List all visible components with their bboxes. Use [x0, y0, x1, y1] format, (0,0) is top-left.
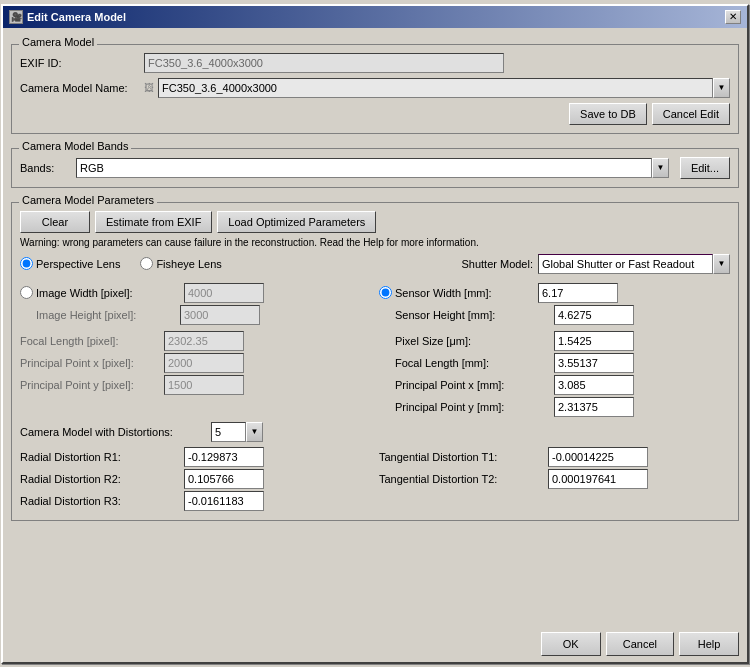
- load-optimized-button[interactable]: Load Optimized Parameters: [217, 211, 376, 233]
- shutter-dropdown[interactable]: ▼: [713, 254, 730, 274]
- distortions-row: Camera Model with Distortions: ▼: [20, 422, 730, 442]
- fisheye-lens-label: Fisheye Lens: [156, 258, 221, 270]
- distortions-dropdown[interactable]: ▼: [246, 422, 263, 442]
- radial-r1-input[interactable]: [184, 447, 264, 467]
- principal-y-mm-input[interactable]: [554, 397, 634, 417]
- distortions-combo: ▼: [211, 422, 263, 442]
- pixel-size-input[interactable]: [554, 331, 634, 351]
- distortions-input[interactable]: [211, 422, 246, 442]
- save-to-db-button[interactable]: Save to DB: [569, 103, 647, 125]
- help-button[interactable]: Help: [679, 632, 739, 656]
- radial-r1-label: Radial Distortion R1:: [20, 451, 180, 463]
- principal-x-px-label: Principal Point x [pixel]:: [20, 357, 160, 369]
- bands-dropdown[interactable]: ▼: [652, 158, 669, 178]
- sensor-width-radio[interactable]: [379, 286, 392, 299]
- exif-id-input[interactable]: [144, 53, 504, 73]
- fisheye-lens-radio[interactable]: [140, 257, 153, 270]
- save-cancel-row: Save to DB Cancel Edit: [20, 103, 730, 125]
- image-width-label: Image Width [pixel]:: [36, 287, 133, 299]
- sensor-height-input[interactable]: [554, 305, 634, 325]
- principal-y-mm-label: Principal Point y [mm]:: [395, 401, 550, 413]
- right-params: Sensor Width [mm]: Sensor Height [mm]: P…: [379, 282, 730, 418]
- focal-length-px-label: Focal Length [pixel]:: [20, 335, 160, 347]
- bands-combo: ▼: [76, 158, 669, 178]
- image-width-radio-label[interactable]: Image Width [pixel]:: [20, 286, 180, 299]
- image-height-input[interactable]: [180, 305, 260, 325]
- radial-r2-row: Radial Distortion R2:: [20, 468, 371, 490]
- camera-model-name-input[interactable]: [158, 78, 713, 98]
- radial-r2-label: Radial Distortion R2:: [20, 473, 180, 485]
- radial-r3-label: Radial Distortion R3:: [20, 495, 180, 507]
- image-width-row: Image Width [pixel]:: [20, 282, 371, 304]
- perspective-lens-label: Perspective Lens: [36, 258, 120, 270]
- fisheye-lens-radio-label[interactable]: Fisheye Lens: [140, 257, 221, 270]
- image-height-label: Image Height [pixel]:: [36, 309, 176, 321]
- sensor-height-label: Sensor Height [mm]:: [395, 309, 550, 321]
- shutter-input[interactable]: [538, 254, 713, 274]
- principal-y-px-row: Principal Point y [pixel]:: [20, 374, 371, 396]
- warning-text: Warning: wrong parameters can cause fail…: [20, 237, 730, 248]
- estimate-from-exif-button[interactable]: Estimate from EXIF: [95, 211, 212, 233]
- perspective-lens-radio-label[interactable]: Perspective Lens: [20, 257, 120, 270]
- image-height-row: Image Height [pixel]:: [36, 304, 371, 326]
- params-buttons-row: Clear Estimate from EXIF Load Optimized …: [20, 211, 730, 233]
- focal-length-px-input[interactable]: [164, 331, 244, 351]
- sensor-width-label: Sensor Width [mm]:: [395, 287, 492, 299]
- bands-input[interactable]: [76, 158, 652, 178]
- clear-button[interactable]: Clear: [20, 211, 90, 233]
- principal-y-px-input[interactable]: [164, 375, 244, 395]
- camera-model-section: Camera Model EXIF ID: Camera Model Name:…: [11, 44, 739, 134]
- radial-distortions: Radial Distortion R1: Radial Distortion …: [20, 446, 371, 512]
- focal-length-mm-label: Focal Length [mm]:: [395, 357, 550, 369]
- perspective-lens-radio[interactable]: [20, 257, 33, 270]
- image-width-radio[interactable]: [20, 286, 33, 299]
- radial-r2-input[interactable]: [184, 469, 264, 489]
- principal-y-mm-row: Principal Point y [mm]:: [395, 396, 730, 418]
- main-content: Camera Model EXIF ID: Camera Model Name:…: [3, 28, 747, 626]
- tangential-t2-row: Tangential Distortion T2:: [379, 468, 730, 490]
- cancel-button[interactable]: Cancel: [606, 632, 674, 656]
- sensor-height-row: Sensor Height [mm]:: [395, 304, 730, 326]
- footer-row: OK Cancel Help: [3, 626, 747, 662]
- pixel-size-row: Pixel Size [μm]:: [395, 330, 730, 352]
- principal-x-mm-input[interactable]: [554, 375, 634, 395]
- shutter-label: Shutter Model:: [461, 258, 533, 270]
- principal-x-px-input[interactable]: [164, 353, 244, 373]
- tangential-t1-label: Tangential Distortion T1:: [379, 451, 544, 463]
- distortions-label: Camera Model with Distortions:: [20, 426, 205, 438]
- ok-button[interactable]: OK: [541, 632, 601, 656]
- principal-y-px-label: Principal Point y [pixel]:: [20, 379, 160, 391]
- focal-length-mm-input[interactable]: [554, 353, 634, 373]
- tangential-t1-input[interactable]: [548, 447, 648, 467]
- title-bar: 🎥 Edit Camera Model ✕: [3, 6, 747, 28]
- close-button[interactable]: ✕: [725, 10, 741, 24]
- bands-edit-button[interactable]: Edit...: [680, 157, 730, 179]
- camera-model-group-label: Camera Model: [19, 36, 97, 48]
- sensor-width-row: Sensor Width [mm]:: [379, 282, 730, 304]
- camera-model-name-combo: 🖼 ▼: [144, 78, 730, 98]
- tangential-t2-label: Tangential Distortion T2:: [379, 473, 544, 485]
- camera-model-name-dropdown[interactable]: ▼: [713, 78, 730, 98]
- bands-group-label: Camera Model Bands: [19, 140, 131, 152]
- tangential-t2-input[interactable]: [548, 469, 648, 489]
- radial-r1-row: Radial Distortion R1:: [20, 446, 371, 468]
- principal-x-mm-label: Principal Point x [mm]:: [395, 379, 550, 391]
- exif-id-row: EXIF ID:: [20, 53, 730, 73]
- principal-x-mm-row: Principal Point x [mm]:: [395, 374, 730, 396]
- cancel-edit-button[interactable]: Cancel Edit: [652, 103, 730, 125]
- focal-length-mm-row: Focal Length [mm]:: [395, 352, 730, 374]
- camera-model-name-row: Camera Model Name: 🖼 ▼: [20, 78, 730, 98]
- tangential-distortions: Tangential Distortion T1: Tangential Dis…: [379, 446, 730, 512]
- radial-r3-input[interactable]: [184, 491, 264, 511]
- radial-r3-row: Radial Distortion R3:: [20, 490, 371, 512]
- window-title: Edit Camera Model: [27, 11, 126, 23]
- pixel-size-label: Pixel Size [μm]:: [395, 335, 550, 347]
- tangential-t1-row: Tangential Distortion T1:: [379, 446, 730, 468]
- params-grid: Image Width [pixel]: Image Height [pixel…: [20, 282, 730, 418]
- sensor-width-input[interactable]: [538, 283, 618, 303]
- bands-section: Camera Model Bands Bands: ▼ Edit...: [11, 148, 739, 188]
- camera-model-icon: 🖼: [144, 82, 154, 93]
- image-width-input[interactable]: [184, 283, 264, 303]
- distortion-values-grid: Radial Distortion R1: Radial Distortion …: [20, 446, 730, 512]
- sensor-width-radio-label[interactable]: Sensor Width [mm]:: [379, 286, 534, 299]
